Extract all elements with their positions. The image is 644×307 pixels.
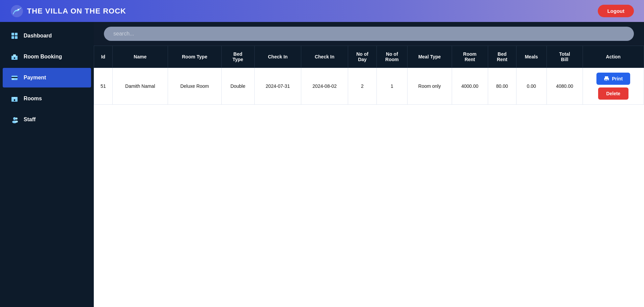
svg-rect-7 (13, 54, 16, 56)
svg-rect-2 (11, 33, 14, 35)
payment-icon (10, 73, 19, 82)
col-header-no-of-room: No of Room (377, 46, 408, 68)
sidebar-item-room-booking[interactable]: Room Booking (3, 47, 91, 67)
col-header-id: Id (94, 46, 113, 68)
app-header: THE VILLA ON THE ROCK Logout (0, 0, 644, 22)
room-booking-icon (10, 52, 19, 61)
cell-meal_type: Room only (407, 68, 452, 105)
svg-rect-3 (15, 33, 18, 35)
cell-check_out: 2024-08-02 (301, 68, 348, 105)
sidebar-label-staff: Staff (24, 117, 36, 123)
col-header-action: Action (583, 46, 644, 68)
sidebar-label-payment: Payment (24, 75, 46, 81)
svg-rect-13 (14, 99, 15, 101)
body-layout: Dashboard Room Booking Payment (0, 22, 644, 307)
sidebar-item-payment[interactable]: Payment (3, 68, 91, 87)
rooms-icon (10, 94, 19, 103)
svg-rect-21 (605, 80, 608, 80)
sidebar-item-staff[interactable]: Staff (3, 110, 91, 129)
brand: THE VILLA ON THE ROCK (10, 4, 126, 18)
col-header-total-bill: Total Bill (547, 46, 583, 68)
sidebar-label-room-booking: Room Booking (24, 54, 62, 60)
delete-button[interactable]: Delete (598, 87, 628, 100)
action-cell: Print Delete (583, 68, 644, 105)
col-header-meals: Meals (516, 46, 547, 68)
main-content: Id Name Room Type Bed Type Check In Chec… (94, 22, 644, 307)
print-button[interactable]: Print (596, 73, 630, 85)
col-header-no-of-day: No of Day (348, 46, 377, 68)
cell-check_in: 2024-07-31 (254, 68, 301, 105)
cell-room_rent: 4000.00 (452, 68, 488, 105)
svg-rect-10 (11, 77, 18, 78)
col-header-name: Name (112, 46, 168, 68)
svg-point-14 (13, 117, 16, 120)
printer-icon (604, 76, 609, 81)
cell-no_of_room: 1 (377, 68, 408, 105)
bird-icon (10, 4, 24, 18)
cell-name: Damith Namal (112, 68, 168, 105)
cell-bed_type: Double (221, 68, 254, 105)
table-container: Id Name Room Type Bed Type Check In Chec… (94, 46, 644, 307)
sidebar-item-rooms[interactable]: Rooms (3, 89, 91, 108)
table-header-row: Id Name Room Type Bed Type Check In Chec… (94, 46, 644, 68)
svg-rect-4 (11, 36, 14, 39)
sidebar-label-dashboard: Dashboard (24, 33, 52, 39)
sidebar: Dashboard Room Booking Payment (0, 22, 94, 307)
svg-point-17 (15, 121, 18, 123)
svg-rect-5 (15, 36, 18, 39)
cell-id: 51 (94, 68, 113, 105)
svg-rect-20 (605, 79, 608, 81)
col-header-bed-rent: Bed Rent (488, 46, 516, 68)
svg-rect-22 (605, 80, 607, 81)
logout-button[interactable]: Logout (598, 5, 634, 17)
sidebar-item-dashboard[interactable]: Dashboard (3, 26, 91, 46)
search-input[interactable] (104, 27, 634, 41)
col-header-room-rent: Room Rent (452, 46, 488, 68)
col-header-bed-type: Bed Type (221, 46, 254, 68)
col-header-room-type: Room Type (168, 46, 222, 68)
svg-point-1 (18, 9, 19, 10)
cell-bed_rent: 80.00 (488, 68, 516, 105)
svg-point-16 (16, 118, 18, 120)
sidebar-label-rooms: Rooms (24, 96, 42, 102)
search-bar-wrapper (94, 22, 644, 46)
payment-table: Id Name Room Type Bed Type Check In Chec… (94, 46, 644, 105)
app-title: THE VILLA ON THE ROCK (27, 7, 126, 16)
cell-room_type: Deluxe Room (168, 68, 222, 105)
staff-icon (10, 115, 19, 124)
col-header-meal-type: Meal Type (407, 46, 452, 68)
svg-rect-8 (14, 57, 15, 59)
cell-total_bill: 4080.00 (547, 68, 583, 105)
dashboard-icon (10, 31, 19, 40)
svg-rect-11 (12, 79, 14, 79)
table-row: 51Damith NamalDeluxe RoomDouble2024-07-3… (94, 68, 644, 105)
cell-no_of_day: 2 (348, 68, 377, 105)
col-header-check-out: Check In (301, 46, 348, 68)
col-header-check-in: Check In (254, 46, 301, 68)
cell-meals: 0.00 (516, 68, 547, 105)
